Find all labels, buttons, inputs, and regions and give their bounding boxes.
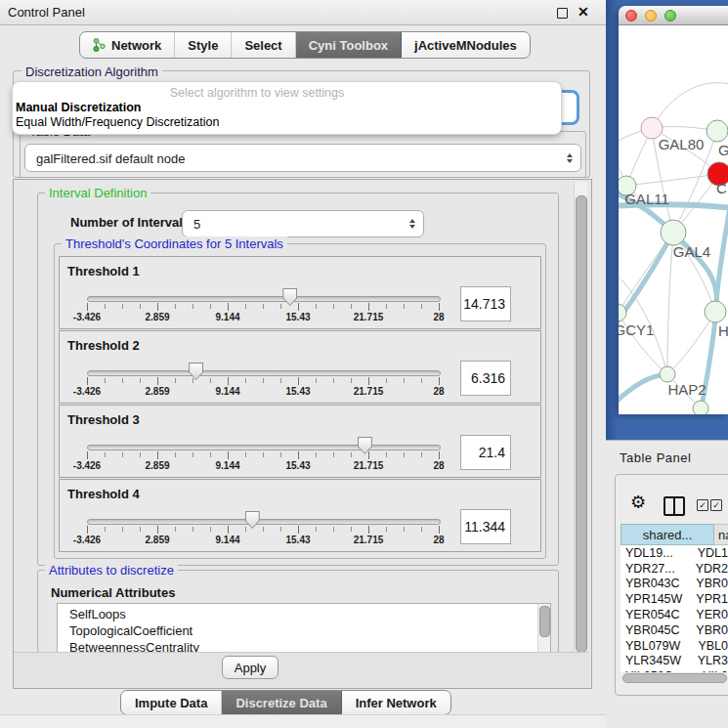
slider-scale: -3.426 2.859 9.144 15.43 21.715 28: [87, 377, 439, 401]
column-header-shared-name[interactable]: shared...: [621, 524, 714, 545]
gear-icon[interactable]: ⚙: [630, 493, 646, 511]
node-label: GAL11: [624, 191, 669, 207]
threshold-4-panel: Threshold 4 -3.426 2.859 9.144 15.43 21.…: [59, 479, 541, 552]
network-window-titlebar[interactable]: [619, 6, 728, 25]
node-h[interactable]: [705, 301, 726, 322]
checkbox-icon[interactable]: ✓: [710, 499, 722, 511]
tick-label: 28: [433, 386, 444, 397]
tick-label: 28: [433, 460, 444, 471]
algorithm-option-manual[interactable]: Manual Discretization: [16, 101, 142, 114]
table-row[interactable]: YBL079WYBL0: [621, 638, 728, 654]
table-row[interactable]: YLR345WYLR3: [621, 654, 728, 669]
table-row[interactable]: YBR043CYBR0: [621, 577, 728, 592]
node-label: C: [716, 180, 727, 196]
discretization-algorithm-group-title: Discretization Algorithm: [21, 64, 162, 79]
tab-label: Style: [188, 38, 218, 53]
slider-track[interactable]: [87, 445, 441, 450]
number-of-intervals-value: 5: [193, 217, 200, 232]
bottom-strip: [0, 714, 606, 728]
tick-label: 28: [433, 535, 444, 545]
list-scrollbar[interactable]: [537, 604, 550, 652]
tab-network[interactable]: Network: [80, 32, 175, 58]
panel-title: Control Panel: [8, 5, 85, 20]
tab-label: Select: [244, 38, 281, 53]
settings-scrollbar-thumb[interactable]: [576, 195, 587, 653]
threshold-label: Threshold 2: [67, 338, 140, 353]
tick-label: 15.43: [285, 460, 310, 471]
node-hap2[interactable]: [660, 366, 675, 382]
tick-label: 15.43: [285, 535, 310, 545]
table-row[interactable]: YPR145WYPR1: [621, 591, 728, 607]
network-canvas[interactable]: GAL80 GA C GAL11 GAL4 GCY1 H HAP2: [619, 25, 728, 414]
table-row[interactable]: YDL19...YDL1: [621, 545, 728, 561]
zoom-traffic-light-icon[interactable]: [664, 10, 676, 21]
tab-label: jActiveMNodules: [414, 38, 517, 53]
tab-style[interactable]: Style: [175, 32, 232, 58]
tick-label: -3.426: [73, 535, 101, 545]
node-label: GAL4: [673, 243, 710, 260]
table-horizontal-scrollbar[interactable]: [621, 672, 727, 683]
tab-impute-data[interactable]: Impute Data: [121, 691, 222, 714]
table-row[interactable]: YER054CYER0: [621, 607, 728, 622]
table-data-combobox[interactable]: galFiltered.sif default node: [24, 144, 581, 172]
checkbox-icon[interactable]: ✓: [697, 499, 708, 511]
threshold-value-field[interactable]: 21.4: [460, 435, 511, 470]
node-right-top[interactable]: [707, 120, 728, 142]
tick-label: 2.859: [145, 460, 169, 471]
slider-track[interactable]: [87, 519, 441, 525]
slider-scale: -3.426 2.859 9.144 15.43 21.715 28: [87, 451, 439, 475]
tab-select[interactable]: Select: [232, 32, 295, 58]
screen: Control Panel ✕ Network Style Select: [0, 0, 728, 728]
threshold-value-field[interactable]: 11.344: [460, 509, 511, 544]
tick-label: -3.426: [73, 460, 101, 471]
table-row[interactable]: YBR045CYBR0: [621, 622, 728, 638]
table-header: shared... na: [621, 524, 728, 545]
tick-label: 15.43: [285, 312, 310, 322]
slider-scale: -3.426 2.859 9.144 15.43 21.715 28: [87, 526, 439, 549]
apply-row: [14, 652, 589, 687]
threshold-label: Threshold 3: [67, 412, 140, 427]
algorithm-option-equal-width[interactable]: Equal Width/Frequency Discretization: [16, 115, 219, 129]
close-icon[interactable]: ✕: [578, 4, 589, 20]
slider-track[interactable]: [87, 296, 441, 302]
tab-discretize-data[interactable]: Discretize Data: [222, 691, 341, 714]
table-rows[interactable]: YDL19...YDL1 YDR27...YDR2 YBR043CYBR0 YP…: [621, 545, 728, 672]
tick-label: 21.715: [354, 386, 384, 397]
tick-label: 21.715: [354, 535, 384, 545]
tab-cyni-toolbox[interactable]: Cyni Toolbox: [296, 32, 402, 58]
close-traffic-light-icon[interactable]: [625, 10, 637, 21]
threshold-1-panel: Threshold 1 -3.426 2.859 9.144 15.43 21.…: [59, 256, 541, 329]
number-of-intervals-combobox[interactable]: 5: [182, 210, 424, 237]
minimize-traffic-light-icon[interactable]: [645, 10, 657, 21]
tick-label: 9.144: [215, 312, 239, 322]
network-window: GAL80 GA C GAL11 GAL4 GCY1 H HAP2: [619, 6, 728, 413]
list-item[interactable]: BetweennessCentrality: [58, 639, 550, 653]
threshold-value-field[interactable]: 6.316: [460, 361, 511, 396]
tick-label: 2.859: [145, 386, 169, 397]
list-item[interactable]: TopologicalCoefficient: [58, 622, 550, 639]
table-data-value: galFiltered.sif default node: [36, 150, 185, 165]
tick-label: 9.144: [215, 460, 239, 471]
float-window-icon[interactable]: [557, 8, 568, 19]
numerical-attributes-label: Numerical Attributes: [51, 585, 175, 600]
table-row[interactable]: YDR27...YDR2: [621, 561, 728, 577]
column-header-name[interactable]: na: [714, 524, 728, 545]
slider-scale: -3.426 2.859 9.144 15.43 21.715 28: [87, 303, 439, 326]
combo-stepper-icon: [409, 219, 415, 229]
list-item[interactable]: SelfLoops: [58, 606, 550, 622]
tick-label: 21.715: [354, 460, 384, 471]
numerical-attributes-list[interactable]: SelfLoops TopologicalCoefficient Between…: [57, 603, 551, 653]
slider-track[interactable]: [87, 370, 441, 376]
split-columns-icon[interactable]: [664, 496, 685, 516]
apply-button[interactable]: Apply: [222, 656, 278, 679]
node-label: GAL80: [659, 136, 705, 152]
tab-label: Network: [111, 38, 161, 53]
threshold-label: Threshold 4: [67, 487, 140, 501]
node-bottom[interactable]: [693, 401, 708, 414]
threshold-value-field[interactable]: 14.713: [460, 286, 511, 321]
tab-infer-network[interactable]: Infer Network: [342, 691, 450, 714]
node-gal4[interactable]: [661, 220, 686, 245]
tab-jactivemnodules[interactable]: jActiveMNodules: [402, 32, 530, 58]
thresholds-group-title: Threshold's Coordinates for 5 Intervals: [62, 236, 287, 251]
tick-label: 21.715: [354, 312, 384, 322]
